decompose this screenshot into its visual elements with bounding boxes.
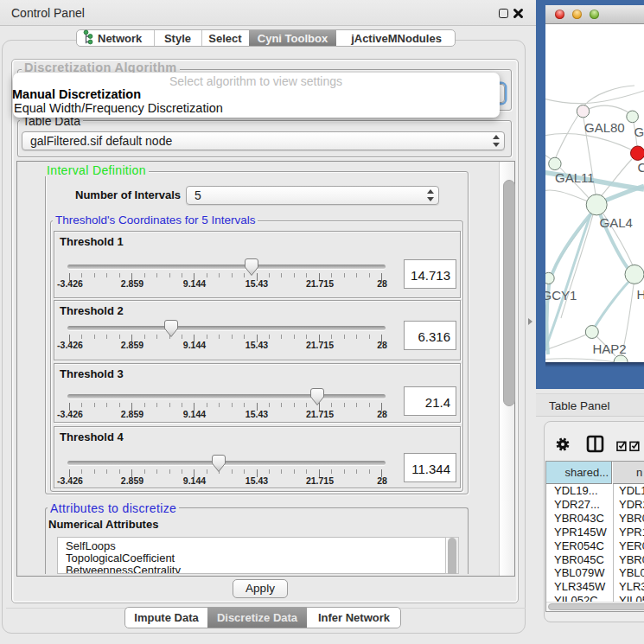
svg-text:GCY1: GCY1 (545, 288, 577, 303)
svg-text:C: C (638, 160, 644, 175)
svg-text:GA: GA (634, 124, 644, 139)
svg-text:GAL4: GAL4 (600, 215, 633, 230)
svg-text:GAL11: GAL11 (555, 170, 595, 185)
svg-text:GAL80: GAL80 (584, 120, 625, 135)
svg-text:HAP2: HAP2 (593, 341, 627, 356)
svg-text:H: H (637, 287, 644, 302)
